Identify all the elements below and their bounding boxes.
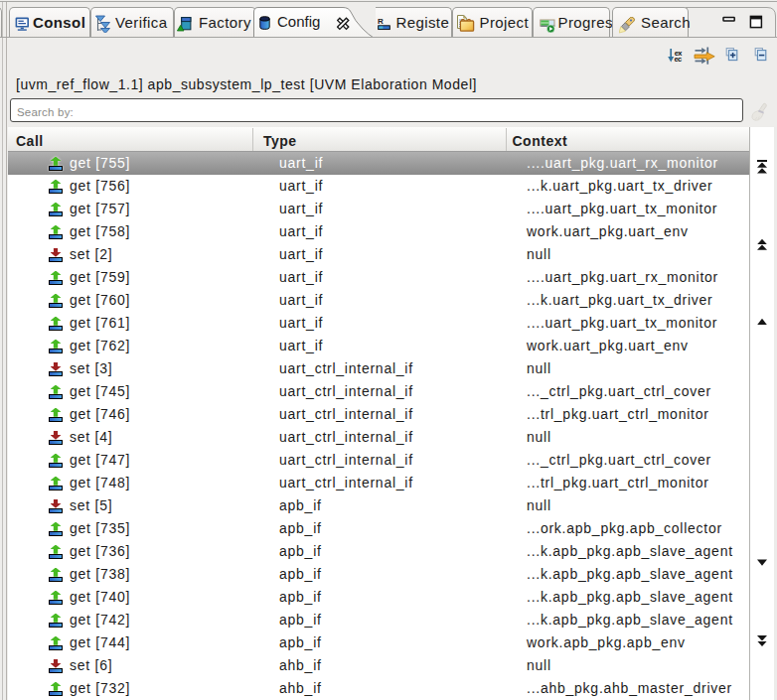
svg-text:R: R	[378, 17, 384, 26]
svg-text:ec: ec	[674, 55, 682, 64]
